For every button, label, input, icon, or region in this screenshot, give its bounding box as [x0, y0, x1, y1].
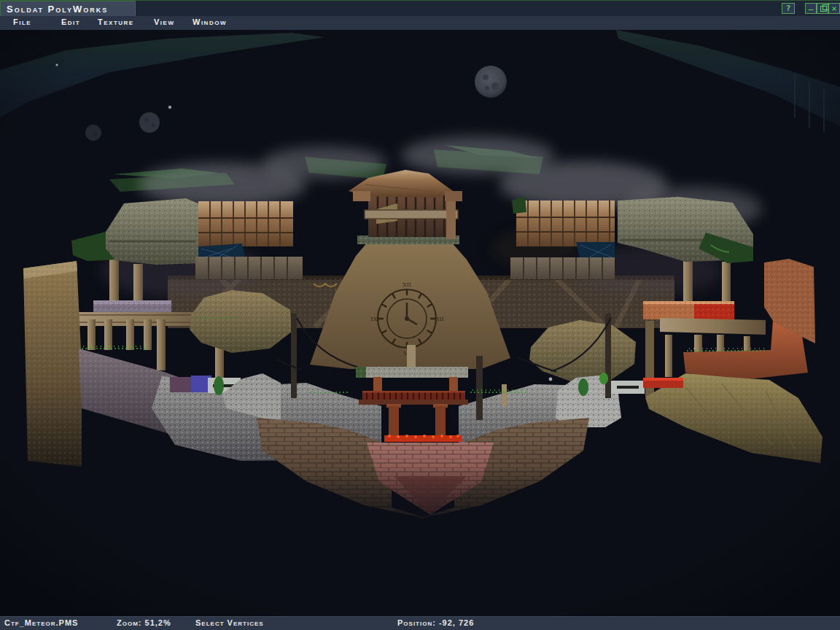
status-position: Position: -92, 726 [397, 618, 474, 627]
statusbar: Ctf_Meteor.PMS Zoom: 51,2% Select Vertic… [0, 616, 840, 630]
restore-icon [820, 6, 827, 12]
close-button[interactable]: ✕ [828, 3, 840, 14]
status-filename: Ctf_Meteor.PMS [4, 618, 78, 627]
status-zoom: Zoom: 51,2% [117, 618, 171, 627]
polyworks-window: Soldat PolyWorks ? _ ✕ File Edit Texture… [0, 0, 840, 630]
menu-file[interactable]: File [13, 18, 31, 26]
window-title: Soldat PolyWorks [7, 4, 108, 15]
title-box: Soldat PolyWorks [0, 1, 136, 17]
menu-view[interactable]: View [154, 18, 174, 26]
minimize-button[interactable]: _ [805, 3, 817, 14]
status-tool: Select Vertices [195, 618, 264, 627]
help-icon: ? [786, 4, 791, 13]
menu-texture[interactable]: Texture [98, 18, 134, 26]
titlebar-background [136, 1, 840, 18]
map-canvas[interactable]: XIIIII VIIX [0, 30, 840, 616]
menu-edit[interactable]: Edit [61, 18, 80, 26]
restore-button[interactable] [817, 3, 828, 14]
map-scene: XIIIII VIIX [0, 30, 840, 616]
close-icon: ✕ [832, 4, 837, 13]
help-button[interactable]: ? [782, 3, 795, 14]
vignette [0, 30, 840, 616]
menubar: File Edit Texture View Window [0, 16, 840, 30]
titlebar: Soldat PolyWorks ? _ ✕ [0, 0, 840, 16]
minimize-icon: _ [809, 1, 814, 10]
menu-window[interactable]: Window [192, 18, 227, 26]
